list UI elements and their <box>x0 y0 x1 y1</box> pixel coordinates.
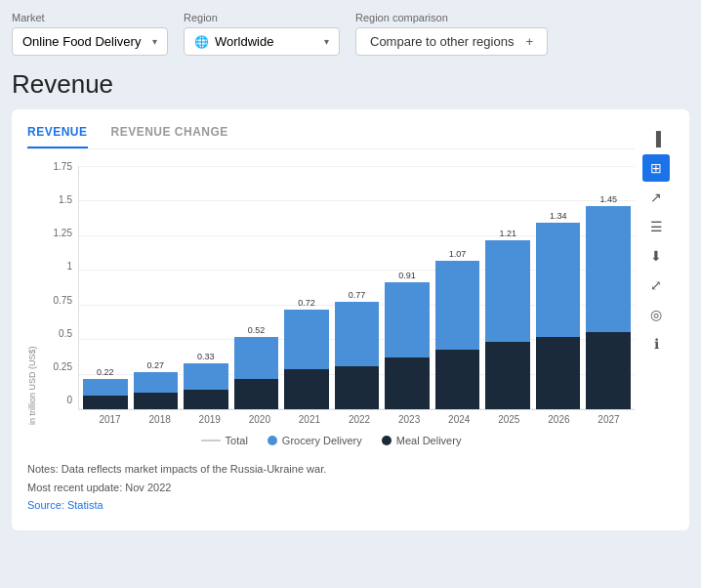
bar-stack <box>284 310 329 409</box>
x-label: 2018 <box>138 414 182 425</box>
chart-area: REVENUE REVENUE CHANGE in trillion USD (… <box>27 125 635 515</box>
bar-group: 1.21 <box>485 166 530 409</box>
bar-value-label: 0.52 <box>248 325 266 335</box>
table-icon[interactable]: ☰ <box>642 213 670 240</box>
x-label: 2022 <box>337 414 381 425</box>
legend-item-total: Total <box>201 435 248 446</box>
tab-revenue[interactable]: REVENUE <box>27 125 88 148</box>
bar-value-label: 1.34 <box>550 211 567 221</box>
market-filter-group: Market Online Food Delivery ▾ <box>12 12 168 56</box>
bar-meal <box>485 342 530 409</box>
y-tick: 1.75 <box>39 161 72 172</box>
legend-dot-icon <box>382 436 392 445</box>
bar-group: 0.27 <box>134 166 179 409</box>
bar-grocery <box>284 310 329 369</box>
market-label: Market <box>12 12 168 23</box>
legend-label: Grocery Delivery <box>282 435 362 446</box>
market-chevron-icon: ▾ <box>152 36 157 47</box>
y-axis: 1.751.51.2510.750.50.250 <box>39 161 78 425</box>
bar-meal <box>335 366 380 409</box>
y-tick: 0 <box>39 395 72 405</box>
market-dropdown[interactable]: Online Food Delivery ▾ <box>12 27 168 56</box>
bar-group: 0.72 <box>284 166 329 409</box>
globe-icon: 🌐 <box>194 35 209 49</box>
x-label: 2023 <box>388 414 432 425</box>
bar-group: 0.33 <box>184 166 228 409</box>
x-label: 2017 <box>88 414 132 425</box>
x-label: 2025 <box>487 414 531 425</box>
x-label: 2021 <box>287 414 331 425</box>
download-icon[interactable]: ⬇ <box>642 242 670 270</box>
bar-meal <box>83 396 128 409</box>
info-icon[interactable]: ℹ <box>642 330 670 357</box>
bar-grocery <box>586 206 631 332</box>
bar-stack <box>335 302 380 409</box>
bar-meal <box>234 379 279 409</box>
bar-meal <box>385 357 430 409</box>
compare-plus-icon: + <box>525 34 533 49</box>
region-dropdown[interactable]: 🌐 Worldwide ▾ <box>184 27 340 56</box>
bar-grocery <box>435 261 480 350</box>
bar-value-label: 0.22 <box>97 367 114 377</box>
bar-chart-icon[interactable]: ▐ <box>642 125 670 152</box>
bar-meal <box>586 332 631 409</box>
x-label: 2026 <box>537 414 581 425</box>
bar-value-label: 0.77 <box>349 290 366 300</box>
bars-section: 0.220.270.330.520.720.770.911.071.211.34… <box>78 166 635 425</box>
y-tick: 0.75 <box>39 295 72 306</box>
region-label: Region <box>184 12 340 23</box>
bar-grocery <box>83 379 128 396</box>
x-label: 2024 <box>437 414 481 425</box>
comparison-filter-group: Region comparison Compare to other regio… <box>355 12 548 56</box>
grid-chart-icon[interactable]: ⊞ <box>642 154 670 182</box>
bar-group: 1.45 <box>586 166 631 409</box>
top-bar: Market Online Food Delivery ▾ Region 🌐 W… <box>12 12 689 56</box>
notes-line2: Most recent update: Nov 2022 <box>27 479 635 497</box>
sidebar-icons: ▐⊞↗☰⬇⤢◎ℹ <box>642 125 670 515</box>
bar-group: 0.77 <box>335 166 380 409</box>
x-label: 2027 <box>587 414 631 425</box>
bar-value-label: 0.72 <box>298 298 315 308</box>
bar-value-label: 0.91 <box>398 271 416 280</box>
y-axis-label: in trillion USD (US$) <box>27 181 37 425</box>
legend-dot-icon <box>268 436 277 445</box>
legend-item-grocery: Grocery Delivery <box>268 435 362 446</box>
notes-line1: Notes: Data reflects market impacts of t… <box>27 460 635 479</box>
bar-grocery <box>234 337 279 379</box>
bar-grocery <box>536 223 581 337</box>
compare-value: Compare to other regions <box>370 34 514 49</box>
tab-revenue-change[interactable]: REVENUE CHANGE <box>111 125 228 148</box>
notes-line3: Source: Statista <box>27 496 635 515</box>
x-label: 2020 <box>237 414 281 425</box>
legend-item-meal: Meal Delivery <box>382 435 462 446</box>
bar-meal <box>184 390 228 409</box>
y-tick: 0.25 <box>39 361 72 372</box>
trend-icon[interactable]: ↗ <box>642 184 670 211</box>
compare-button[interactable]: Compare to other regions + <box>355 27 548 56</box>
legend-label: Total <box>226 435 248 446</box>
bar-group: 1.07 <box>435 166 480 409</box>
bar-grocery <box>485 240 530 342</box>
bar-grocery <box>134 372 179 393</box>
bar-value-label: 1.45 <box>599 194 617 204</box>
legend-line-icon <box>201 440 221 441</box>
expand-icon[interactable]: ⤢ <box>642 272 670 299</box>
bar-value-label: 1.07 <box>449 249 467 259</box>
page-title: Revenue <box>12 69 689 100</box>
bar-grocery <box>184 363 228 390</box>
bar-meal <box>536 337 581 409</box>
bar-stack <box>536 223 581 409</box>
bar-value-label: 1.21 <box>499 229 516 238</box>
x-label: 2019 <box>187 414 231 425</box>
bar-grocery <box>385 282 430 357</box>
market-value: Online Food Delivery <box>22 34 141 49</box>
bar-stack <box>485 240 530 409</box>
y-tick: 0.5 <box>39 328 72 339</box>
bar-group: 0.22 <box>83 166 128 409</box>
y-tick: 1.5 <box>39 194 72 205</box>
x-axis: 2017201820192020202120222023202420252026… <box>78 410 635 425</box>
source-link[interactable]: Source: Statista <box>27 499 103 511</box>
bar-group: 0.91 <box>385 166 430 409</box>
hide-icon[interactable]: ◎ <box>642 301 670 328</box>
chart-legend: TotalGrocery DeliveryMeal Delivery <box>27 435 635 446</box>
